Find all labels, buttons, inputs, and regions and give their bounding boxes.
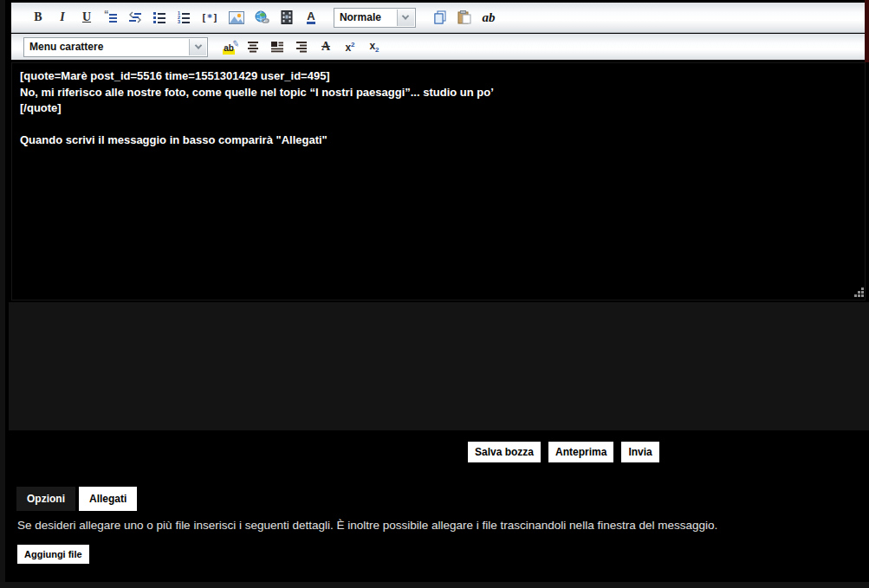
plain-text-button[interactable]: ab [480, 6, 497, 29]
svg-text:3: 3 [178, 19, 180, 24]
align-right-icon [295, 41, 308, 53]
bold-label: B [34, 10, 42, 24]
list-item-button[interactable]: [*] [199, 6, 220, 29]
code-button[interactable] [126, 6, 144, 29]
add-file-button[interactable]: Aggiungi file [17, 545, 89, 564]
chevron-down-icon [189, 39, 206, 55]
image-icon [229, 11, 244, 24]
bulleted-list-button[interactable] [151, 6, 168, 29]
superscript-label: x2 [345, 41, 354, 54]
italic-label: I [60, 10, 64, 24]
tab-allegati[interactable]: Allegati [79, 487, 137, 511]
superscript-button[interactable]: x2 [341, 36, 359, 58]
bold-button[interactable]: B [29, 6, 47, 29]
insert-image-button[interactable] [227, 6, 246, 29]
underline-label: U [82, 10, 91, 24]
italic-button[interactable]: I [54, 6, 71, 29]
strikethrough-button[interactable]: A [317, 36, 334, 58]
code-icon [128, 10, 142, 24]
subscript-label: x2 [369, 40, 379, 54]
video-icon [281, 10, 293, 24]
align-center-icon [246, 41, 260, 53]
align-right-button[interactable] [293, 36, 310, 58]
align-center-button[interactable] [244, 36, 262, 58]
lower-tabs: Opzioni Allegati [16, 487, 137, 511]
message-editor[interactable]: [quote=Marè post_id=5516 time=1551301429… [11, 62, 866, 300]
toolbar-row-2: Menu carattere ab ✎ [11, 34, 865, 61]
resize-grip-icon[interactable] [853, 287, 865, 298]
quote-button[interactable]: “ [102, 6, 120, 29]
left-edge-strip [0, 0, 5, 588]
svg-text:“: “ [104, 10, 109, 19]
insert-link-button[interactable] [253, 6, 271, 29]
font-menu-select-value: Menu carattere [29, 41, 103, 53]
copy-button[interactable] [431, 6, 449, 29]
post-editor-page: B I U “ [0, 0, 869, 588]
add-file-wrap: Aggiungi file [17, 545, 89, 564]
paste-button[interactable] [456, 6, 473, 29]
paste-icon [457, 10, 471, 24]
bulleted-list-icon [152, 10, 166, 24]
submit-button[interactable]: Invia [621, 442, 658, 462]
font-color-button[interactable]: A [302, 6, 320, 29]
quote-icon: “ [104, 10, 118, 24]
editor-lower-panel [9, 302, 869, 430]
highlight-icon: ab ✎ [223, 41, 235, 54]
list-item-label: [*] [201, 12, 218, 23]
link-icon [255, 10, 269, 24]
action-buttons: Salva bozza Anteprima Invia [468, 442, 659, 462]
font-color-icon: A [307, 10, 315, 24]
insert-video-button[interactable] [278, 6, 295, 29]
copy-icon [433, 10, 447, 24]
toolbar-right-stripe [865, 0, 869, 62]
save-draft-button[interactable]: Salva bozza [468, 442, 541, 462]
numbered-list-icon: 1 2 3 [177, 10, 191, 24]
subscript-button[interactable]: x2 [366, 36, 383, 58]
plain-text-label: ab [482, 10, 495, 25]
highlight-button[interactable]: ab ✎ [220, 36, 237, 58]
toolbar-row-1: B I U “ [11, 3, 865, 33]
align-justify-button[interactable] [269, 36, 286, 58]
underline-button[interactable]: U [78, 6, 95, 29]
format-select-value: Normale [340, 11, 381, 23]
chevron-down-icon [397, 10, 414, 26]
strikethrough-label: A [321, 40, 330, 54]
preview-button[interactable]: Anteprima [548, 442, 613, 462]
align-justify-icon [270, 41, 284, 53]
attachments-description: Se desideri allegare uno o più file inse… [17, 519, 849, 532]
numbered-list-button[interactable]: 1 2 3 [175, 6, 192, 29]
format-select[interactable]: Normale [334, 8, 416, 28]
bottom-panel-edge [0, 582, 869, 588]
font-menu-select[interactable]: Menu carattere [23, 37, 208, 57]
tab-opzioni[interactable]: Opzioni [16, 487, 75, 511]
